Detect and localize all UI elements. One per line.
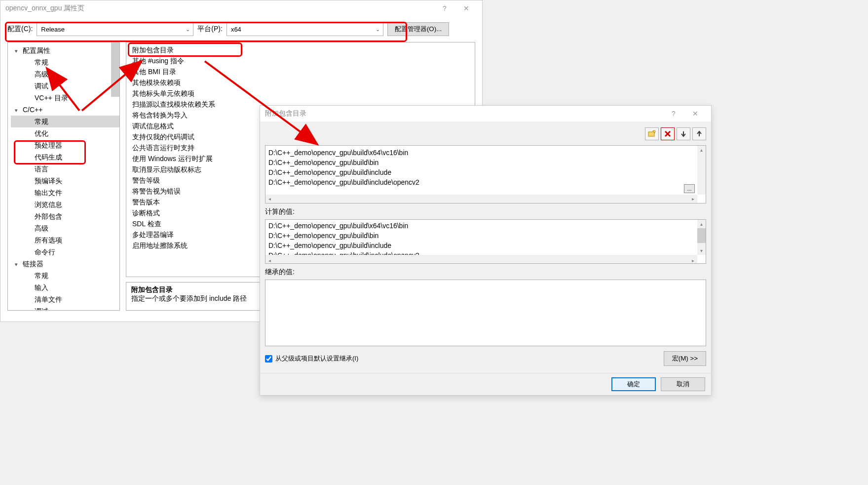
tree-item[interactable]: 语言 bbox=[11, 163, 119, 175]
tree-item-label: 调试 bbox=[35, 82, 48, 90]
tree-panel[interactable]: 配置属性常规高级调试VC++ 目录C/C++常规优化预处理器代码生成语言预编译头… bbox=[7, 42, 120, 311]
tree-item[interactable]: 链接器 bbox=[11, 258, 119, 270]
tree-item-label: 输入 bbox=[35, 283, 48, 291]
tree-item[interactable]: 外部包含 bbox=[11, 210, 119, 222]
tree-item[interactable]: 调试 bbox=[11, 80, 119, 92]
close-button[interactable]: ✕ bbox=[684, 106, 706, 121]
help-button[interactable]: ? bbox=[434, 1, 455, 16]
tree-item-label: 代码生成 bbox=[35, 153, 62, 161]
tree-item[interactable]: 高级 bbox=[11, 68, 119, 80]
delete-button[interactable] bbox=[661, 127, 675, 140]
computed-line: D:\C++_demo\opencv_gpu\build\bin bbox=[268, 231, 696, 241]
tree-item[interactable]: 配置属性 bbox=[11, 44, 119, 56]
property-row[interactable]: 其他 #using 指令 bbox=[130, 55, 471, 66]
tree-item[interactable]: 常规 bbox=[11, 270, 119, 282]
tree-item[interactable]: 调试 bbox=[11, 305, 119, 311]
tree-item-label: 高级 bbox=[35, 224, 48, 232]
config-manager-button[interactable]: 配置管理器(O)... bbox=[387, 22, 449, 36]
expand-icon bbox=[15, 259, 18, 269]
cancel-button[interactable]: 取消 bbox=[661, 377, 705, 391]
inherit-checkbox-label: 从父级或项目默认设置继承(I) bbox=[275, 354, 358, 363]
tree-item[interactable]: 清单文件 bbox=[11, 293, 119, 305]
path-line[interactable]: D:\C++_demo\opencv_gpu\build\bin bbox=[268, 158, 696, 167]
config-combo-value: Release bbox=[41, 26, 65, 33]
platform-combo[interactable]: x64 ⌄ bbox=[226, 22, 383, 36]
macros-button[interactable]: 宏(M) >> bbox=[664, 351, 706, 366]
paths-editbox[interactable]: D:\C++_demo\opencv_gpu\build\x64\vc16\bi… bbox=[265, 145, 706, 203]
tree-item-label: 常规 bbox=[35, 58, 48, 66]
help-button[interactable]: ? bbox=[663, 106, 684, 121]
tree-item[interactable]: 常规 bbox=[11, 116, 119, 127]
horizontal-scrollbar[interactable]: ◂▸ bbox=[265, 195, 697, 203]
config-combo[interactable]: Release ⌄ bbox=[37, 22, 193, 36]
tree-item-label: 常规 bbox=[35, 118, 48, 125]
overlay-title-bar: 附加包含目录 ? ✕ bbox=[260, 106, 711, 121]
move-down-button[interactable] bbox=[677, 127, 690, 140]
platform-label: 平台(P): bbox=[197, 25, 223, 34]
tree-item[interactable]: 命令行 bbox=[11, 246, 119, 258]
tree-item-label: VC++ 目录 bbox=[35, 94, 68, 102]
inherited-values-list bbox=[265, 280, 706, 346]
browse-button[interactable]: ... bbox=[684, 184, 695, 193]
ok-button[interactable]: 确定 bbox=[611, 377, 656, 391]
tree-item-label: 配置属性 bbox=[23, 46, 50, 54]
property-row[interactable]: 其他 BMI 目录 bbox=[130, 66, 471, 77]
tree-item-label: 输出文件 bbox=[35, 189, 62, 197]
property-row[interactable]: 其他模块依赖项 bbox=[130, 77, 471, 88]
tree-item-label: 预编译头 bbox=[35, 177, 62, 185]
close-button[interactable]: ✕ bbox=[455, 1, 477, 16]
vertical-scrollbar[interactable]: ▴▾ bbox=[697, 220, 706, 255]
horizontal-scrollbar[interactable]: ◂▸ bbox=[265, 255, 697, 263]
chevron-down-icon: ⌄ bbox=[186, 26, 190, 33]
tree-item[interactable]: 输入 bbox=[11, 282, 119, 293]
computed-label: 计算的值: bbox=[265, 206, 706, 216]
tree-item[interactable]: 预编译头 bbox=[11, 175, 119, 187]
property-row[interactable]: 其他标头单元依赖项 bbox=[130, 88, 471, 99]
path-line[interactable]: D:\C++_demo\opencv_gpu\build\include bbox=[268, 167, 696, 177]
computed-values-list: D:\C++_demo\opencv_gpu\build\x64\vc16\bi… bbox=[265, 219, 706, 264]
property-row[interactable]: 附加包含目录 bbox=[130, 44, 471, 55]
svg-rect-2 bbox=[648, 132, 654, 136]
tree-item-label: 语言 bbox=[35, 165, 48, 173]
tree-item-label: 调试 bbox=[35, 307, 48, 311]
title-bar: opencv_onnx_gpu 属性页 ? ✕ bbox=[0, 0, 482, 16]
tree-item-label: 预处理器 bbox=[35, 141, 62, 149]
tree-item-label: 高级 bbox=[35, 70, 48, 78]
scrollbar-thumb[interactable] bbox=[111, 42, 119, 97]
tree-item-label: C/C++ bbox=[23, 106, 42, 114]
tree-item-label: 命令行 bbox=[35, 248, 55, 256]
expand-icon bbox=[15, 46, 18, 56]
tree-item[interactable]: 优化 bbox=[11, 127, 119, 139]
computed-line: D:\C++_demo\opencv_gpu\build\include bbox=[268, 241, 696, 250]
expand-icon bbox=[15, 105, 18, 115]
tree-item-label: 外部包含 bbox=[35, 212, 62, 220]
vertical-scrollbar[interactable]: ▴ bbox=[697, 146, 706, 195]
dialog-buttons: 确定 取消 bbox=[260, 373, 711, 395]
inherited-label: 继承的值: bbox=[265, 267, 706, 277]
overlay-body: D:\C++_demo\opencv_gpu\build\x64\vc16\bi… bbox=[260, 121, 711, 373]
platform-combo-value: x64 bbox=[231, 26, 241, 33]
inherit-check-row: 从父级或项目默认设置继承(I) 宏(M) >> bbox=[265, 349, 706, 368]
config-label: 配置(C): bbox=[7, 25, 33, 34]
path-line[interactable]: D:\C++_demo\opencv_gpu\build\x64\vc16\bi… bbox=[268, 148, 696, 158]
path-line[interactable]: D:\C++_demo\opencv_gpu\build\include\ope… bbox=[268, 177, 696, 187]
tree-item[interactable]: 输出文件 bbox=[11, 187, 119, 199]
new-folder-button[interactable] bbox=[645, 127, 659, 140]
tree-item-label: 常规 bbox=[35, 272, 48, 280]
window-title: opencv_onnx_gpu 属性页 bbox=[5, 4, 434, 13]
tree-item-label: 浏览信息 bbox=[35, 201, 62, 208]
tree-item[interactable]: VC++ 目录 bbox=[11, 92, 119, 104]
config-row: 配置(C): Release ⌄ 平台(P): x64 ⌄ 配置管理器(O)..… bbox=[0, 16, 482, 42]
tree-item[interactable]: 预处理器 bbox=[11, 139, 119, 151]
chevron-down-icon: ⌄ bbox=[376, 26, 380, 33]
tree-item[interactable]: 高级 bbox=[11, 222, 119, 234]
svg-point-3 bbox=[653, 130, 655, 132]
tree-item[interactable]: 常规 bbox=[11, 56, 119, 68]
tree-item[interactable]: 所有选项 bbox=[11, 234, 119, 246]
additional-include-dialog: 附加包含目录 ? ✕ D:\C++_demo\opencv_gpu\build\… bbox=[260, 105, 712, 396]
tree-item[interactable]: C/C++ bbox=[11, 104, 119, 116]
inherit-checkbox[interactable] bbox=[265, 355, 272, 363]
tree-item[interactable]: 代码生成 bbox=[11, 151, 119, 163]
move-up-button[interactable] bbox=[692, 127, 706, 140]
tree-item[interactable]: 浏览信息 bbox=[11, 199, 119, 210]
